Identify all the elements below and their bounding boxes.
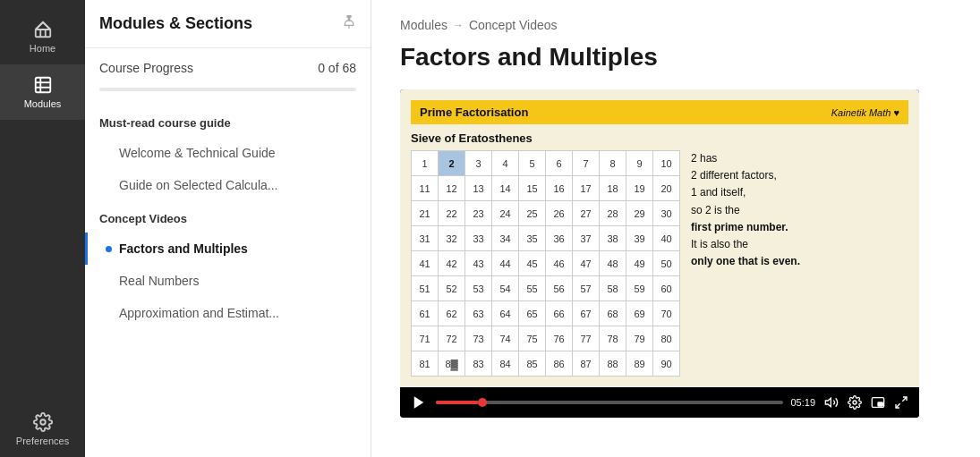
sidebar-item-modules[interactable]: Modules [0,64,85,120]
side-text-line: It is also the [691,236,800,253]
sieve-cell: 10 [653,151,680,176]
play-button[interactable] [409,393,429,412]
prime-factorisation-visual: Prime Factorisation Kainetik Math ♥ Siev… [400,89,919,387]
sidebar-item-home-label: Home [30,43,55,54]
svg-point-9 [853,401,856,404]
volume-button[interactable] [822,394,840,411]
sieve-cell: 55 [519,276,546,301]
sieve-cell: 11 [412,176,439,201]
sieve-cell: 51 [412,276,439,301]
sieve-cell: 34 [492,226,519,251]
sieve-cell: 18 [600,176,626,201]
sieve-cell: 54 [492,276,519,301]
sieve-cell: 39 [626,226,653,251]
sieve-cell: 71 [412,326,439,351]
breadcrumb-modules[interactable]: Modules [400,18,447,32]
sieve-cell: 3 [465,151,492,176]
breadcrumb: Modules → Concept Videos [400,18,951,32]
sieve-cell: 88 [600,351,626,377]
sieve-cell: 20 [653,176,680,201]
nav-item-approx[interactable]: Approximation and Estimat... [85,297,371,329]
nav-item-factors[interactable]: Factors and Multiples [85,233,371,265]
nav-item-welcome-label: Welcome & Technical Guide [119,146,276,160]
svg-line-13 [896,403,900,408]
volume-icon [824,395,839,410]
nav-item-guide-calc[interactable]: Guide on Selected Calcula... [85,169,371,201]
sieve-cell: 76 [546,326,573,351]
sieve-cell: 19 [626,176,653,201]
prime-header: Prime Factorisation Kainetik Math ♥ [411,100,908,124]
sieve-cell: 57 [573,276,600,301]
sieve-cell: 8▓ [439,351,465,377]
sieve-cell: 74 [492,326,519,351]
sidebar-item-home[interactable]: Home [0,9,85,64]
sieve-cell: 31 [412,226,439,251]
sieve-cell: 75 [519,326,546,351]
sieve-cell: 50 [653,251,680,276]
sieve-cell: 41 [412,251,439,276]
pip-button[interactable] [869,394,887,411]
svg-marker-8 [825,398,831,406]
sieve-title: Sieve of Eratosthenes [411,131,908,145]
sieve-table: 1234567891011121314151617181920212223242… [411,150,680,377]
svg-rect-0 [35,30,50,37]
sieve-cell: 40 [653,226,680,251]
pip-icon [871,395,885,410]
sieve-cell: 21 [412,201,439,226]
sieve-cell: 66 [546,301,573,326]
sieve-cell: 68 [600,301,626,326]
sieve-cell: 84 [492,351,519,377]
gear-icon [33,412,53,432]
video-progress-track[interactable] [436,401,783,404]
sieve-cell: 13 [465,176,492,201]
sieve-cell: 77 [573,326,600,351]
sieve-cell: 14 [492,176,519,201]
sieve-cell: 65 [519,301,546,326]
sieve-cell: 17 [573,176,600,201]
sieve-content: 1234567891011121314151617181920212223242… [411,150,908,377]
sieve-cell: 63 [465,301,492,326]
sieve-cell: 59 [626,276,653,301]
settings-button[interactable] [846,394,864,411]
nav-item-approx-label: Approximation and Estimat... [119,306,279,320]
sieve-cell: 42 [439,251,465,276]
nav-item-welcome[interactable]: Welcome & Technical Guide [85,137,371,169]
sidebar: Home Modules Preferences [0,0,85,457]
video-progress-played [436,401,478,404]
sieve-cell: 38 [600,226,626,251]
video-time: 05:19 [790,397,815,408]
sieve-cell: 58 [600,276,626,301]
sieve-cell: 30 [653,201,680,226]
fullscreen-icon [894,395,908,410]
sieve-cell: 27 [573,201,600,226]
sieve-cell: 1 [412,151,439,176]
sidebar-item-preferences-label: Preferences [16,436,69,446]
fullscreen-button[interactable] [892,394,910,411]
home-icon [33,20,53,39]
sieve-cell: 53 [465,276,492,301]
main-content: Modules → Concept Videos Factors and Mul… [371,0,980,457]
side-text-line: 2 has [691,150,800,167]
sieve-cell: 24 [492,201,519,226]
sieve-cell: 35 [519,226,546,251]
video-player: Prime Factorisation Kainetik Math ♥ Siev… [400,89,919,418]
section-title-must-read: Must-read course guide [85,106,371,137]
sieve-cell: 60 [653,276,680,301]
progress-bar [99,88,356,91]
sieve-cell: 4 [492,151,519,176]
svg-point-5 [40,419,46,425]
sieve-cell: 49 [626,251,653,276]
svg-rect-1 [35,78,50,93]
sieve-cell: 69 [626,301,653,326]
svg-marker-7 [414,396,424,409]
breadcrumb-arrow: → [453,19,464,31]
panel-header: Modules & Sections [85,14,371,48]
svg-rect-11 [878,402,882,406]
pin-icon[interactable] [342,15,356,33]
nav-item-real-numbers[interactable]: Real Numbers [85,265,371,297]
sieve-cell: 86 [546,351,573,377]
active-dot [106,246,112,252]
sieve-cell: 28 [600,201,626,226]
sieve-cell: 48 [600,251,626,276]
sidebar-item-preferences[interactable]: Preferences [0,402,85,457]
